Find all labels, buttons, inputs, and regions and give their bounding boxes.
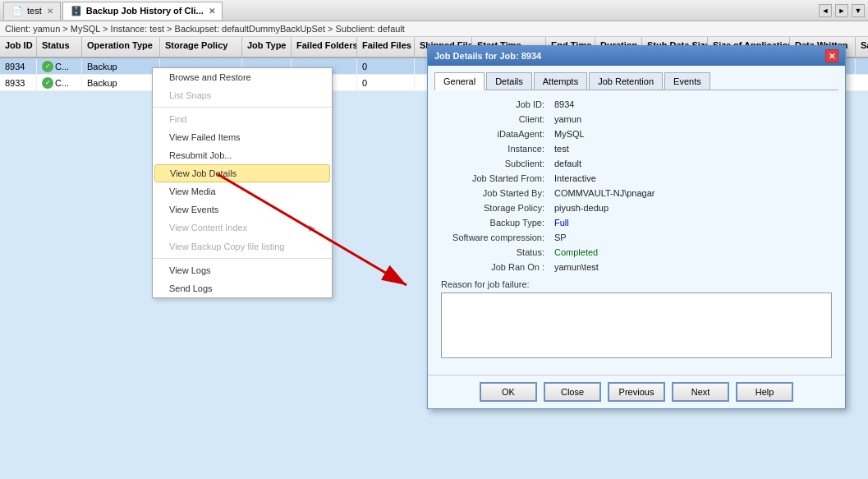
col-failed-folders: Failed Folders	[292, 37, 357, 57]
value-job-started-by: COMMVAULT-NJ\pnagar	[549, 186, 838, 200]
menu-view-content-index: View Content Index ▶	[153, 219, 332, 237]
label-job-ran-on: Job Ran On :	[434, 260, 549, 274]
menu-view-logs[interactable]: View Logs	[153, 261, 332, 279]
cell-status: C...	[37, 58, 82, 74]
label-status: Status:	[434, 245, 549, 260]
menu-resubmit-job[interactable]: Resubmit Job...	[153, 146, 332, 164]
label-backup-type: Backup Type:	[434, 215, 549, 230]
title-bar: 📄 test ✕ 🗄️ Backup Job History of Cli...…	[0, 0, 868, 21]
next-button[interactable]: Next	[672, 382, 729, 402]
menu-view-events[interactable]: View Events	[153, 200, 332, 219]
previous-button[interactable]: Previous	[608, 382, 665, 402]
value-status: Completed	[549, 245, 838, 260]
close-button[interactable]: Close	[544, 382, 601, 402]
field-job-ran-on: Job Ran On : yamun\test	[434, 260, 838, 274]
value-idataagent: MySQL	[549, 127, 838, 141]
col-job-type: Job Type	[242, 37, 292, 57]
menu-browse-restore[interactable]: Browse and Restore	[153, 68, 332, 86]
col-job-id: Job ID	[0, 37, 37, 57]
field-status: Status: Completed	[434, 245, 838, 260]
col-failed-files: Failed Files	[357, 37, 415, 57]
backup-tab-close[interactable]: ✕	[209, 7, 215, 16]
form-fields: Job ID: 8934 Client: yamun iDataAgent: M…	[434, 97, 838, 274]
dialog-container: Job Details for Job: 8934 ✕ General Deta…	[427, 45, 846, 409]
label-subclient: Subclient:	[434, 156, 549, 171]
menu-separator-2	[153, 258, 332, 259]
menu-find: Find	[153, 110, 332, 128]
nav-arrows: ◄ ► ▼	[819, 4, 865, 17]
tab-test[interactable]: 📄 test ✕	[3, 2, 61, 20]
cell-failed-files: 0	[357, 58, 415, 74]
dialog-title: Job Details for Job: 8934	[434, 51, 541, 61]
value-storage-policy: piyush-dedup	[549, 200, 838, 215]
cell-op-type: Backup	[82, 75, 160, 90]
tab-events[interactable]: Events	[664, 72, 710, 90]
status-text: C...	[55, 62, 69, 71]
menu-separator-1	[153, 107, 332, 108]
tab-general[interactable]: General	[434, 72, 485, 90]
tab-details[interactable]: Details	[486, 72, 532, 90]
menu-view-backup-copy: View Backup Copy file listing	[153, 237, 332, 256]
menu-view-job-details[interactable]: View Job Details	[154, 164, 330, 182]
value-job-started-from: Interactive	[549, 171, 838, 186]
cell-status: C...	[37, 75, 82, 90]
cell-job-id: 8933	[0, 75, 37, 90]
context-menu: Browse and Restore List Snaps Find View …	[152, 67, 333, 298]
field-idataagent: iDataAgent: MySQL	[434, 127, 838, 141]
ok-button[interactable]: OK	[480, 382, 537, 402]
col-sav: Sav	[856, 37, 868, 57]
label-idataagent: iDataAgent:	[434, 127, 549, 141]
backup-tab-icon: 🗄️	[70, 4, 83, 17]
label-software-compression: Software compression:	[434, 230, 549, 245]
dialog-close-button[interactable]: ✕	[825, 49, 838, 62]
submenu-arrow: ▶	[309, 223, 315, 233]
value-job-ran-on: yamun\test	[549, 260, 838, 274]
value-backup-type: Full	[549, 215, 838, 230]
label-job-started-by: Job Started By:	[434, 186, 549, 200]
tab-attempts[interactable]: Attempts	[534, 72, 587, 90]
label-storage-policy: Storage Policy:	[434, 200, 549, 215]
value-client: yamun	[549, 112, 838, 127]
nav-forward[interactable]: ►	[835, 4, 848, 17]
label-instance: Instance:	[434, 141, 549, 156]
tab-backup-history[interactable]: 🗄️ Backup Job History of Cli... ✕	[62, 2, 223, 20]
dialog-body: General Details Attempts Job Retention E…	[428, 66, 845, 371]
field-job-started-by: Job Started By: COMMVAULT-NJ\pnagar	[434, 186, 838, 200]
menu-list-snaps: List Snaps	[153, 86, 332, 104]
cell-op-type: Backup	[82, 58, 160, 74]
value-subclient: default	[549, 156, 838, 171]
value-job-id: 8934	[549, 97, 838, 112]
nav-menu[interactable]: ▼	[852, 4, 865, 17]
dialog-titlebar: Job Details for Job: 8934 ✕	[428, 46, 845, 66]
test-tab-close[interactable]: ✕	[47, 7, 53, 16]
tab-job-retention[interactable]: Job Retention	[589, 72, 663, 90]
cell-failed-files: 0	[357, 75, 415, 90]
field-instance: Instance: test	[434, 141, 838, 156]
status-icon-green	[42, 61, 53, 72]
reason-textarea[interactable]	[441, 292, 832, 358]
col-storage-policy: Storage Policy	[160, 37, 242, 57]
label-job-started-from: Job Started From:	[434, 171, 549, 186]
field-subclient: Subclient: default	[434, 156, 838, 171]
help-button[interactable]: Help	[736, 382, 793, 402]
field-client: Client: yamun	[434, 112, 838, 127]
status-icon-green	[42, 77, 53, 89]
menu-view-failed-items[interactable]: View Failed Items	[153, 128, 332, 146]
nav-back[interactable]: ◄	[819, 4, 832, 17]
field-software-compression: Software compression: SP	[434, 230, 838, 245]
test-tab-label: test	[27, 6, 42, 16]
menu-view-media[interactable]: View Media	[153, 182, 332, 200]
menu-send-logs[interactable]: Send Logs	[153, 279, 332, 297]
backup-tab-label: Backup Job History of Cli...	[86, 6, 204, 16]
label-client: Client:	[434, 112, 549, 127]
menu-content-index-label: View Content Index	[169, 223, 247, 233]
field-backup-type: Backup Type: Full	[434, 215, 838, 230]
value-software-compression: SP	[549, 230, 838, 245]
value-instance: test	[549, 141, 838, 156]
breadcrumb: Client: yamun > MySQL > Instance: test >…	[0, 21, 868, 37]
reason-section: Reason for job failure:	[441, 279, 832, 360]
label-job-id: Job ID:	[434, 97, 549, 112]
dialog-tabs: General Details Attempts Job Retention E…	[434, 72, 838, 90]
status-text: C...	[55, 78, 69, 88]
field-job-started-from: Job Started From: Interactive	[434, 171, 838, 186]
